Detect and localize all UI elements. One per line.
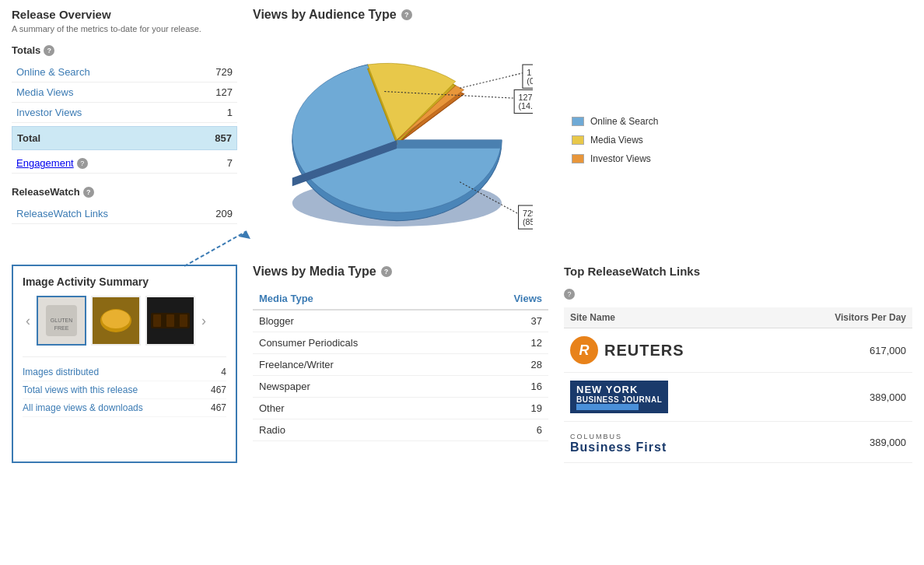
svg-line-1 [460,73,523,88]
site-cell: COLUMBUS Business First [564,422,773,463]
svg-text:(85.1%): (85.1%) [523,217,533,226]
svg-line-13 [184,231,247,266]
releasewatch-help-icon[interactable]: ? [83,187,94,198]
all-image-views-link[interactable]: All image views & downloads [23,402,143,413]
media-views-row: Media Views 127 [12,82,237,103]
table-row: R REUTERS 617,000 [564,328,912,373]
investor-views-value: 1 [227,107,233,118]
chart-legend: Online & Search Media Views Investor Vie… [572,116,658,164]
media-type-cell: Blogger [253,310,469,332]
table-row: Other19 [253,398,548,419]
totals-header: Totals ? [12,44,237,56]
carousel-prev[interactable]: ‹ [23,313,33,329]
svg-rect-24 [153,314,161,327]
pie-svg: 1 (0.1%) 127 (14.8%) 729 (85.1%) [253,31,533,249]
table-row: COLUMBUS Business First 389,000 [564,422,912,463]
audience-help-icon[interactable]: ? [401,9,412,20]
total-views-link[interactable]: Total views with this release [23,384,138,395]
investor-views-row: Investor Views 1 [12,103,237,123]
total-views-value: 467 [211,384,226,395]
image-carousel: ‹ GLUTEN FREE [23,296,226,346]
total-views-row: Total views with this release 467 [23,381,226,399]
table-row: Consumer Periodicals12 [253,332,548,354]
arrow-connector [184,227,278,270]
totals-help-icon[interactable]: ? [44,45,54,56]
release-overview-title: Release Overview [12,8,237,21]
reuters-logo: R REUTERS [570,336,767,364]
reuters-circle-icon: R [570,336,598,364]
col-visitors-per-day: Visitors Per Day [773,307,912,328]
legend-media-views: Media Views [572,135,658,146]
svg-point-21 [102,310,130,328]
media-type-cell: Consumer Periodicals [253,332,469,354]
chart-container: 1 (0.1%) 127 (14.8%) 729 (85.1%) [253,31,912,249]
carousel-image-1[interactable]: GLUTEN FREE [37,296,86,346]
site-cell: R REUTERS [564,328,773,373]
engagement-help-icon[interactable]: ? [77,158,88,169]
carousel-next[interactable]: › [198,313,209,329]
all-image-views-row: All image views & downloads 467 [23,399,226,417]
cbf-logo: COLUMBUS Business First [570,433,667,454]
engagement-row: Engagement ? 7 [12,153,237,174]
media-type-table: Media Type Views Blogger37Consumer Perio… [253,288,548,441]
svg-text:GLUTEN: GLUTEN [51,318,72,323]
legend-color-investor [572,154,584,163]
pie-chart: 1 (0.1%) 127 (14.8%) 729 (85.1%) [253,31,548,249]
media-type-help-icon[interactable]: ? [381,266,392,277]
releasewatch-links-row: ReleaseWatch Links 209 [12,204,237,224]
releasewatch-links-value: 209 [215,208,233,219]
views-cell: 28 [469,354,548,376]
views-cell: 37 [469,310,548,332]
media-views-link[interactable]: Media Views [16,86,73,98]
images-distributed-value: 4 [221,367,226,377]
carousel-image-3[interactable] [145,296,195,346]
nybj-logo: NEW YORK BUSINESS JOURNAL [570,381,668,413]
releasewatch-links-help-icon[interactable]: ? [564,289,575,300]
col-site-name: Site Name [564,307,773,328]
table-row: Radio6 [253,419,548,441]
total-row: Total 857 [12,126,237,150]
table-row: NEW YORK BUSINESS JOURNAL 389,000 [564,373,912,422]
media-type-cell: Newspaper [253,376,469,398]
svg-text:FREE: FREE [54,325,69,331]
releasewatch-links-title: Top ReleaseWatch Links [564,265,912,278]
releasewatch-section: ReleaseWatch ? ReleaseWatch Links 209 [12,186,237,224]
engagement-value: 7 [227,157,233,169]
releasewatch-links-link[interactable]: ReleaseWatch Links [16,208,108,219]
col-media-type: Media Type [253,288,469,310]
audience-chart-title: Views by Audience Type ? [253,8,912,22]
release-overview-subtitle: A summary of the metrics to-date for you… [12,23,237,35]
images-distributed-link[interactable]: Images distributed [23,367,99,377]
legend-investor-views: Investor Views [572,153,658,164]
bottom-section: Image Activity Summary ‹ GLUTEN FREE [12,265,912,463]
releasewatch-header: ReleaseWatch ? [12,186,237,198]
visitors-cell: 389,000 [773,422,912,463]
views-cell: 6 [469,419,548,441]
left-panel: Release Overview A summary of the metric… [12,8,237,249]
online-search-link[interactable]: Online & Search [16,66,90,78]
site-cell: NEW YORK BUSINESS JOURNAL [564,373,773,422]
image-stats: Images distributed 4 Total views with th… [23,356,226,417]
releasewatch-links-table: Site Name Visitors Per Day R REUTERS 617… [564,307,912,463]
images-distributed-row: Images distributed 4 [23,363,226,381]
views-cell: 19 [469,398,548,419]
col-views: Views [469,288,548,310]
investor-views-link[interactable]: Investor Views [16,107,82,118]
svg-text:(14.8%): (14.8%) [519,101,533,111]
carousel-image-2[interactable] [91,296,141,346]
views-cell: 16 [469,376,548,398]
engagement-link[interactable]: Engagement [16,157,74,169]
image-activity-panel: Image Activity Summary ‹ GLUTEN FREE [12,265,237,463]
online-search-row: Online & Search 729 [12,62,237,82]
table-row: Blogger37 [253,310,548,332]
chart-panel: Views by Audience Type ? [253,8,912,249]
svg-text:(0.1%): (0.1%) [527,76,533,86]
media-type-cell: Other [253,398,469,419]
total-label: Total [17,132,40,144]
carousel-images: GLUTEN FREE [37,296,195,346]
views-cell: 12 [469,332,548,354]
media-type-cell: Radio [253,419,469,441]
visitors-cell: 389,000 [773,373,912,422]
legend-color-media [572,135,584,145]
legend-color-online [572,117,584,126]
